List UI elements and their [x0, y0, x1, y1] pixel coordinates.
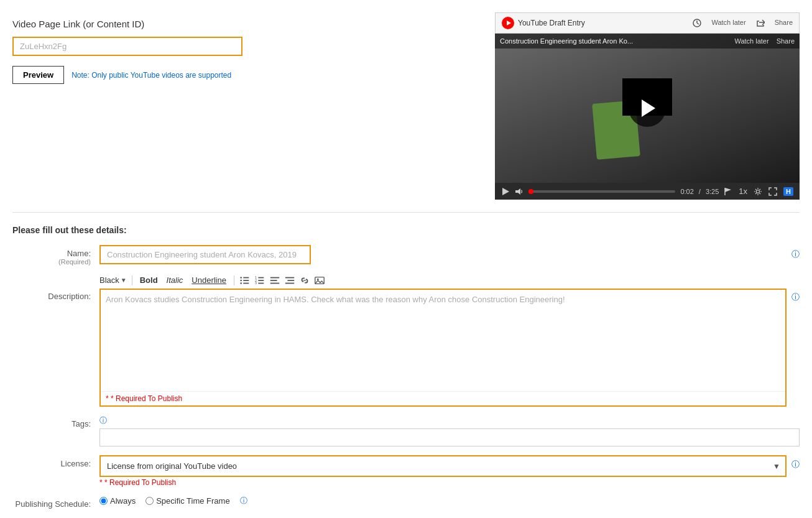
svg-point-13 — [240, 277, 242, 279]
play-button[interactable] — [629, 90, 666, 127]
svg-text:3: 3 — [255, 281, 257, 285]
italic-button[interactable]: Italic — [164, 274, 186, 286]
form-section: Please fill out these details: Name: (Re… — [12, 225, 800, 518]
schedule-specific-option[interactable]: Specific Time Frame — [145, 496, 229, 506]
yt-panel-title: YouTube Draft Entry — [518, 19, 585, 27]
license-select-wrapper: License from original YouTube video ▼ — [99, 455, 787, 477]
preview-note: Note: Only public YouTube videos are sup… — [72, 71, 231, 80]
svg-point-14 — [240, 279, 242, 281]
left-panel: Video Page Link (or Content ID) Preview … — [12, 12, 482, 200]
name-label: Name: (Required) — [12, 245, 99, 266]
progress-bar-track[interactable] — [528, 190, 675, 193]
license-required: * * Required To Publish — [99, 478, 787, 487]
image-icon[interactable] — [314, 275, 325, 286]
name-row: Name: (Required) ⓘ — [12, 245, 800, 266]
color-label: Black — [99, 275, 119, 285]
yt-watch-share-overlay: Watch later Share — [734, 37, 795, 45]
youtube-panel: YouTube Draft Entry Watch later Share — [495, 12, 800, 200]
svg-rect-26 — [287, 280, 294, 281]
play-control-icon[interactable] — [501, 187, 510, 196]
svg-point-15 — [240, 282, 242, 284]
unordered-list-icon[interactable] — [239, 275, 251, 286]
current-time: 0:02 — [680, 188, 693, 195]
svg-rect-24 — [270, 282, 279, 284]
schedule-info-icon[interactable]: ⓘ — [240, 496, 247, 506]
color-caret-icon: ▼ — [121, 277, 127, 284]
svg-point-9 — [757, 190, 760, 193]
license-label: License: — [12, 455, 99, 468]
schedule-specific-radio[interactable] — [145, 497, 154, 505]
color-picker[interactable]: Black ▼ — [99, 275, 127, 285]
description-textarea-wrapper: Aron Kovacs studies Construction Enginee… — [99, 289, 787, 407]
svg-rect-23 — [270, 280, 277, 281]
align-right-icon[interactable] — [284, 275, 295, 286]
name-field — [99, 245, 787, 264]
svg-rect-11 — [243, 280, 249, 281]
tags-info-icon[interactable]: ⓘ — [99, 416, 107, 425]
svg-rect-10 — [243, 277, 249, 278]
svg-line-4 — [697, 23, 699, 24]
share-icon[interactable] — [756, 19, 765, 27]
time-separator: / — [699, 188, 701, 195]
tags-field: ⓘ — [99, 415, 800, 446]
svg-marker-8 — [725, 188, 731, 192]
svg-rect-27 — [285, 282, 294, 284]
volume-icon[interactable] — [515, 187, 524, 196]
description-label: Description: — [12, 274, 99, 301]
preview-button[interactable]: Preview — [12, 66, 64, 84]
license-info-icon[interactable]: ⓘ — [791, 455, 800, 470]
tags-label: Tags: — [12, 415, 99, 428]
svg-marker-5 — [502, 188, 509, 195]
section-divider — [12, 212, 800, 213]
svg-marker-6 — [515, 188, 520, 195]
align-left-icon[interactable] — [269, 275, 280, 286]
watch-later-label[interactable]: Watch later — [711, 19, 745, 27]
schedule-field: Always Specific Time Frame ⓘ — [99, 496, 800, 506]
speed-label[interactable]: 1x — [739, 187, 747, 196]
yt-video-area: Construction Engineering student Aron Ko… — [495, 34, 800, 183]
fullscreen-icon[interactable] — [768, 187, 777, 196]
form-heading: Please fill out these details: — [12, 225, 800, 235]
watch-later-icon[interactable] — [693, 19, 701, 27]
name-info-icon[interactable]: ⓘ — [791, 245, 800, 260]
svg-rect-16 — [258, 277, 264, 278]
svg-rect-18 — [258, 282, 264, 284]
preview-row: Preview Note: Only public YouTube videos… — [12, 66, 482, 84]
yt-progress-bar: 0:02 / 3:25 1x — [495, 183, 800, 200]
url-input[interactable] — [12, 37, 242, 56]
progress-track[interactable] — [528, 190, 675, 193]
settings-icon[interactable] — [754, 187, 762, 196]
license-select[interactable]: License from original YouTube video — [101, 456, 785, 476]
description-toolbar: Black ▼ Bold Italic Underline — [99, 274, 787, 286]
play-triangle-icon — [642, 99, 655, 117]
yt-video-title: Construction Engineering student Aron Ko… — [495, 34, 800, 49]
description-row: Description: Black ▼ Bold Italic Underli… — [12, 274, 800, 407]
top-section: Video Page Link (or Content ID) Preview … — [12, 12, 800, 200]
total-time: 3:25 — [706, 188, 719, 195]
link-icon[interactable] — [299, 275, 310, 286]
h-badge: H — [783, 187, 793, 196]
license-field: License from original YouTube video ▼ * … — [99, 455, 787, 487]
yt-title-bar: YouTube Draft Entry — [502, 17, 585, 29]
ordered-list-icon[interactable]: 1 2 3 — [254, 275, 265, 286]
toolbar-separator-1 — [132, 275, 132, 285]
flag-icon[interactable] — [724, 187, 732, 196]
schedule-always-option[interactable]: Always — [99, 496, 136, 506]
url-input-wrapper — [12, 37, 482, 56]
tags-row: Tags: ⓘ — [12, 415, 800, 446]
underline-button[interactable]: Underline — [189, 274, 229, 286]
svg-rect-22 — [270, 277, 279, 278]
name-input[interactable] — [99, 245, 311, 264]
description-info-icon[interactable]: ⓘ — [791, 274, 800, 303]
description-textarea[interactable]: Aron Kovacs studies Construction Enginee… — [101, 290, 785, 389]
svg-rect-17 — [258, 280, 264, 281]
schedule-always-radio[interactable] — [99, 497, 108, 505]
schedule-options: Always Specific Time Frame ⓘ — [99, 496, 800, 506]
tags-input[interactable] — [99, 428, 800, 446]
youtube-logo-icon — [502, 17, 514, 29]
schedule-label: Publishing Schedule: — [12, 496, 99, 509]
share-label[interactable]: Share — [775, 19, 793, 27]
svg-rect-25 — [285, 277, 294, 278]
svg-rect-12 — [243, 282, 249, 284]
bold-button[interactable]: Bold — [137, 274, 160, 286]
